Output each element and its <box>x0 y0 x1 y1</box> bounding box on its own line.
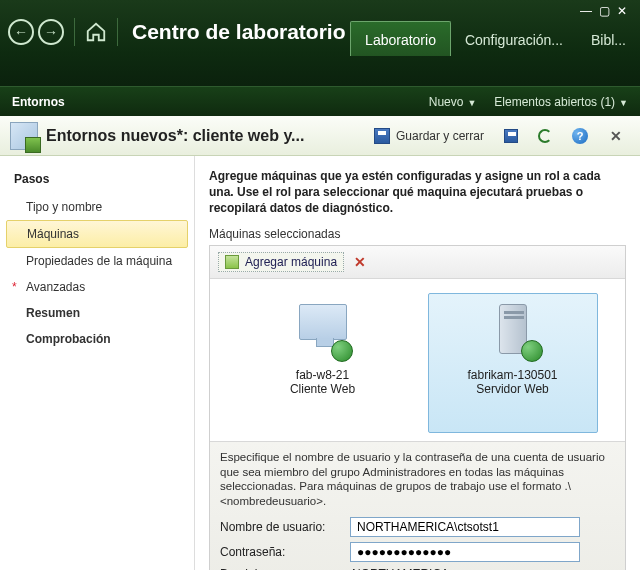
add-machine-label: Agregar máquina <box>245 255 337 269</box>
help-button[interactable]: ? <box>566 125 594 147</box>
minimize-icon[interactable]: — <box>578 4 594 18</box>
subbar-context: Entornos <box>12 95 65 109</box>
close-document-button[interactable]: ✕ <box>602 125 630 147</box>
add-machine-button[interactable]: Agregar máquina <box>218 252 344 272</box>
main-panel: Agregue máquinas que ya estén configurad… <box>195 156 640 570</box>
machine-name: fab-w8-21 <box>296 368 349 382</box>
elementos-abiertos-dropdown[interactable]: Elementos abiertos (1)▼ <box>494 95 628 109</box>
selected-machines-label: Máquinas seleccionadas <box>209 227 626 241</box>
sidebar-heading: Pasos <box>6 168 188 194</box>
step-maquinas[interactable]: Máquinas <box>6 220 188 248</box>
username-label: Nombre de usuario: <box>220 520 340 534</box>
password-label: Contraseña: <box>220 545 340 559</box>
machine-role: Servidor Web <box>476 382 548 396</box>
machine-role: Cliente Web <box>290 382 355 396</box>
password-input[interactable] <box>350 542 580 562</box>
document-toolbar: Entornos nuevos*: cliente web y... Guard… <box>0 116 640 156</box>
refresh-button[interactable] <box>532 126 558 146</box>
machine-card-client[interactable]: fab-w8-21 Cliente Web <box>238 293 408 433</box>
wizard-steps-sidebar: Pasos Tipo y nombre Máquinas Propiedades… <box>0 156 195 570</box>
add-icon <box>225 255 239 269</box>
credentials-section: Especifique el nombre de usuario y la co… <box>210 441 625 570</box>
help-icon: ? <box>572 128 588 144</box>
save-button[interactable] <box>498 126 524 146</box>
machine-card-server[interactable]: fabrikam-130501 Servidor Web <box>428 293 598 433</box>
forward-button[interactable]: → <box>38 19 64 45</box>
server-icon <box>481 304 545 360</box>
machines-toolbar: Agregar máquina ✕ <box>210 246 625 279</box>
step-comprobacion[interactable]: Comprobación <box>6 326 188 352</box>
divider <box>117 18 118 46</box>
environment-icon <box>10 122 38 150</box>
maximize-icon[interactable]: ▢ <box>596 4 612 18</box>
window-controls: — ▢ ✕ <box>578 4 630 18</box>
app-ribbon: — ▢ ✕ ← → Centro de laboratorio ▾ Labora… <box>0 0 640 86</box>
instruction-text: Agregue máquinas que ya estén configurad… <box>209 168 626 217</box>
save-icon <box>504 129 518 143</box>
close-window-icon[interactable]: ✕ <box>614 4 630 18</box>
breadcrumb[interactable]: Centro de laboratorio <box>132 20 346 44</box>
close-icon: ✕ <box>608 128 624 144</box>
refresh-icon <box>538 129 552 143</box>
step-resumen[interactable]: Resumen <box>6 300 188 326</box>
document-title: Entornos nuevos*: cliente web y... <box>46 127 304 145</box>
username-input[interactable] <box>350 517 580 537</box>
step-tipo-y-nombre[interactable]: Tipo y nombre <box>6 194 188 220</box>
remove-machine-button[interactable]: ✕ <box>354 254 366 270</box>
home-icon[interactable] <box>85 21 107 43</box>
save-close-icon <box>374 128 390 144</box>
required-asterisk-icon: * <box>12 280 17 294</box>
divider <box>74 18 75 46</box>
machine-name: fabrikam-130501 <box>467 368 557 382</box>
tab-configuracion[interactable]: Configuración... <box>451 22 577 56</box>
save-close-label: Guardar y cerrar <box>396 129 484 143</box>
step-avanzadas[interactable]: *Avanzadas <box>6 274 188 300</box>
save-and-close-button[interactable]: Guardar y cerrar <box>368 125 490 147</box>
nuevo-dropdown[interactable]: Nuevo▼ <box>429 95 477 109</box>
machines-list: fab-w8-21 Cliente Web fabrikam-130501 Se… <box>210 279 625 441</box>
top-tabs: Laboratorio Configuración... Bibl... <box>350 18 640 56</box>
credentials-instruction: Especifique el nombre de usuario y la co… <box>220 450 615 510</box>
tab-laboratorio[interactable]: Laboratorio <box>350 21 451 56</box>
sub-toolbar: Entornos Nuevo▼ Elementos abiertos (1)▼ <box>0 86 640 116</box>
desktop-icon <box>291 304 355 360</box>
tab-biblioteca[interactable]: Bibl... <box>577 22 640 56</box>
back-button[interactable]: ← <box>8 19 34 45</box>
step-propiedades[interactable]: Propiedades de la máquina <box>6 248 188 274</box>
machines-panel: Agregar máquina ✕ fab-w8-21 Cliente Web … <box>209 245 626 570</box>
